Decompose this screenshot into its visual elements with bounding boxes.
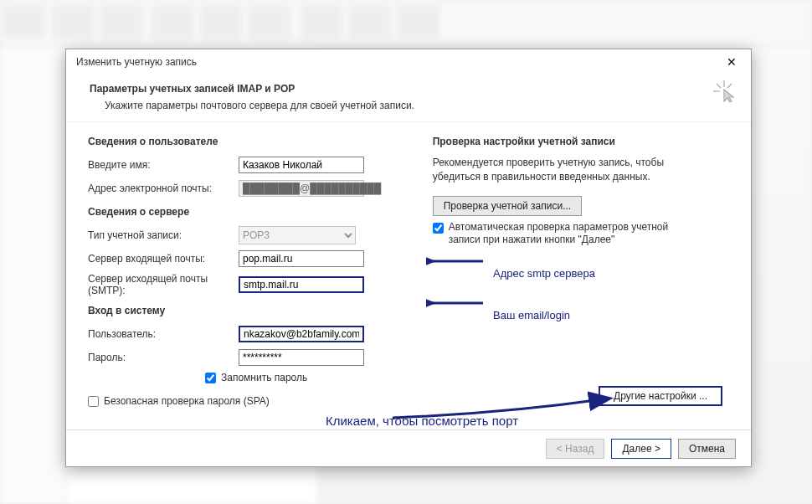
- incoming-server-field[interactable]: [239, 250, 364, 267]
- account-settings-dialog: Изменить учетную запись ✕ Параметры учет…: [65, 49, 752, 467]
- password-label: Пароль:: [88, 352, 239, 363]
- left-column: Сведения о пользователе Введите имя: Адр…: [88, 134, 424, 410]
- wizard-cursor-icon: [712, 80, 736, 105]
- svg-line-3: [727, 84, 732, 88]
- auto-test-label: Автоматическая проверка параметров учетн…: [449, 221, 675, 247]
- account-type-label: Тип учетной записи:: [88, 229, 239, 241]
- test-account-button[interactable]: Проверка учетной записи...: [433, 196, 583, 216]
- remember-password-checkbox[interactable]: [205, 373, 216, 383]
- svg-line-2: [717, 84, 721, 88]
- more-settings-button[interactable]: Другие настройки ...: [599, 386, 722, 406]
- login-section-title: Вход в систему: [88, 305, 416, 316]
- right-column: Проверка настройки учетной записи Рекоме…: [424, 134, 729, 410]
- dialog-header: Параметры учетных записей IMAP и POP Ука…: [66, 75, 751, 122]
- email-label: Адрес электронной почты:: [88, 183, 239, 194]
- password-field[interactable]: [239, 349, 364, 366]
- spa-checkbox[interactable]: [88, 396, 99, 407]
- user-section-title: Сведения о пользователе: [88, 136, 416, 147]
- outgoing-server-field[interactable]: [239, 276, 364, 293]
- outgoing-label: Сервер исходящей почты (SMTP):: [88, 273, 239, 296]
- incoming-label: Сервер входящей почты:: [88, 253, 239, 265]
- header-subtitle: Укажите параметры почтового сервера для …: [90, 100, 727, 111]
- name-field[interactable]: [239, 157, 364, 173]
- username-label: Пользователь:: [88, 328, 239, 340]
- back-button: < Назад: [546, 439, 605, 459]
- close-icon[interactable]: ✕: [719, 55, 744, 69]
- email-field-readonly: ████████@██████████: [239, 180, 364, 197]
- titlebar: Изменить учетную запись ✕: [66, 49, 751, 75]
- dialog-footer: < Назад Далее > Отмена: [66, 429, 751, 466]
- test-section-title: Проверка настройки учетной записи: [433, 136, 729, 147]
- header-title: Параметры учетных записей IMAP и POP: [90, 83, 727, 95]
- server-section-title: Сведения о сервере: [88, 206, 416, 218]
- dialog-title: Изменить учетную запись: [76, 56, 197, 68]
- auto-test-checkbox[interactable]: [433, 223, 444, 234]
- spa-label: Безопасная проверка пароля (SPA): [104, 395, 270, 407]
- cancel-button[interactable]: Отмена: [678, 439, 736, 459]
- account-type-select: POP3: [239, 226, 356, 244]
- username-field[interactable]: [239, 326, 364, 342]
- name-label: Введите имя:: [88, 159, 239, 171]
- remember-password-label: Запомнить пароль: [221, 372, 307, 383]
- test-description: Рекомендуется проверить учетную запись, …: [433, 156, 701, 184]
- next-button[interactable]: Далее >: [611, 439, 671, 459]
- annotation-click: Кликаем, чтобы посмотреть порт: [326, 414, 518, 428]
